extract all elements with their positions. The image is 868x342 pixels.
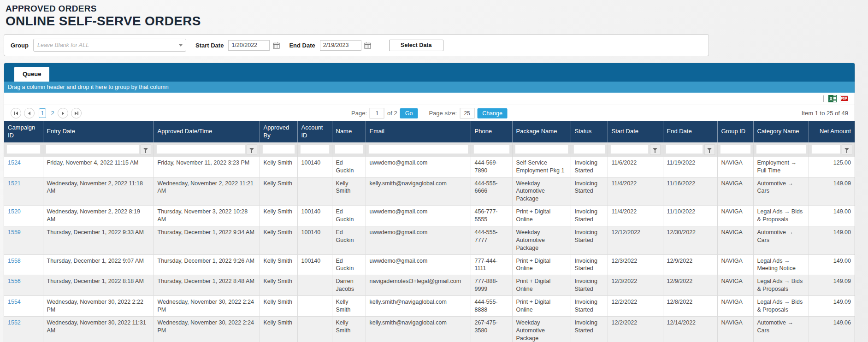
page-button-1[interactable]: 1 — [39, 108, 46, 118]
filter-input-email[interactable] — [368, 145, 468, 154]
group-input[interactable] — [34, 40, 176, 50]
column-header-phone[interactable]: Phone — [471, 121, 512, 142]
end-date-input[interactable] — [320, 40, 361, 51]
filter-input-status[interactable] — [573, 145, 605, 154]
cell-status: Invoicing Started — [571, 157, 608, 177]
cell-entry-date: Thursday, December 1, 2022 8:18 AM — [43, 275, 154, 296]
page-title: ONLINE SELF-SERVE ORDERS — [6, 14, 868, 29]
filter-input-campaign-id[interactable] — [6, 145, 41, 154]
campaign-id-link[interactable]: 1554 — [8, 299, 21, 305]
filter-funnel-icon-entry-date[interactable] — [141, 144, 151, 155]
cell-status: Invoicing Started — [571, 254, 608, 275]
first-page-button[interactable] — [11, 108, 21, 118]
cell-name: Ed Guckin — [332, 254, 366, 275]
group-dropdown[interactable] — [33, 39, 186, 52]
pdf-export-icon[interactable]: PDF — [840, 95, 848, 102]
start-date-input[interactable] — [228, 40, 270, 51]
filter-input-account-id[interactable] — [300, 145, 330, 154]
filter-input-entry-date[interactable] — [46, 145, 139, 154]
cell-phone: 267-475-3580 — [471, 316, 512, 342]
end-date-calendar-icon[interactable] — [363, 40, 372, 50]
start-date-calendar-icon[interactable] — [272, 40, 281, 50]
filter-funnel-icon-end-date[interactable] — [704, 144, 715, 155]
filter-input-name[interactable] — [335, 145, 363, 154]
filter-input-phone[interactable] — [473, 145, 510, 154]
filter-cell-approved-by — [260, 142, 297, 157]
page-root: APPROVED ORDERS ONLINE SELF-SERVE ORDERS… — [0, 0, 868, 342]
tab-queue[interactable]: Queue — [14, 67, 49, 82]
page-size-input[interactable] — [460, 108, 474, 118]
toolbar-divider — [823, 95, 824, 102]
cell-name: Kelly Smith — [332, 177, 366, 206]
filter-input-start-date[interactable] — [610, 145, 649, 154]
column-header-group-id[interactable]: Group ID — [717, 121, 753, 142]
campaign-id-link[interactable]: 1524 — [8, 159, 21, 166]
filter-funnel-icon-net-amount[interactable] — [842, 144, 852, 155]
cell-approved-date-time: Thursday, December 1, 2022 9:26 AM — [154, 254, 260, 275]
column-header-package-name[interactable]: Package Name — [512, 121, 571, 142]
column-header-name[interactable]: Name — [332, 121, 366, 142]
page-number-input[interactable] — [370, 108, 384, 118]
column-header-account-id[interactable]: Account ID — [297, 121, 332, 142]
last-page-button[interactable] — [71, 108, 82, 118]
column-header-approved-date-time[interactable]: Approved Date/Time — [154, 121, 260, 142]
page-label: Page: — [351, 110, 367, 117]
go-button[interactable]: Go — [400, 108, 418, 118]
column-header-entry-date[interactable]: Entry Date — [43, 121, 154, 142]
campaign-id-link[interactable]: 1559 — [8, 229, 21, 236]
campaign-id-link[interactable]: 1556 — [8, 278, 21, 284]
prev-page-button[interactable] — [24, 108, 35, 118]
column-header-email[interactable]: Email — [366, 121, 471, 142]
filter-cell-start-date — [608, 142, 663, 157]
cell-email: uwwdemo@gmail.com — [366, 157, 471, 177]
filter-funnel-icon-start-date[interactable] — [650, 144, 661, 155]
campaign-id-link[interactable]: 1521 — [8, 180, 21, 187]
campaign-id-link[interactable]: 1520 — [8, 208, 21, 215]
cell-name: Ed Guckin — [332, 226, 366, 254]
select-data-button[interactable]: Select Data — [389, 40, 443, 51]
campaign-id-link[interactable]: 1558 — [8, 258, 21, 264]
chevron-down-icon[interactable] — [176, 39, 186, 51]
group-drop-zone[interactable]: Drag a column header and drop it here to… — [4, 82, 855, 93]
cell-entry-date: Wednesday, November 30, 2022 11:31 AM — [43, 316, 154, 342]
filter-cell-status — [571, 142, 608, 157]
pdf-glyph: PDF — [841, 96, 848, 101]
cell-package-name: Print + Digital Online — [512, 206, 571, 226]
filter-input-category-name[interactable] — [756, 145, 806, 154]
funnel-icon — [844, 148, 849, 151]
cell-net-amount: 149.06 — [809, 316, 855, 342]
filter-input-approved-by[interactable] — [262, 145, 295, 154]
excel-export-icon[interactable]: X — [828, 95, 837, 102]
column-header-start-date[interactable]: Start Date — [608, 121, 663, 142]
table-row: 1552Wednesday, November 30, 2022 11:31 A… — [4, 316, 855, 342]
table-row: 1521Wednesday, November 2, 2022 11:18 AM… — [4, 177, 855, 206]
cell-entry-date: Thursday, December 1, 2022 9:07 AM — [43, 254, 154, 275]
column-header-campaign-id[interactable]: Campaign ID — [4, 121, 43, 142]
page-button-2[interactable]: 2 — [49, 108, 56, 118]
cell-campaign-id: 1559 — [4, 226, 43, 254]
cell-approved-by: Kelly Smith — [260, 316, 297, 342]
column-header-net-amount[interactable]: Net Amount — [809, 121, 855, 142]
table-row: 1559Thursday, December 1, 2022 9:33 AMTh… — [4, 226, 855, 254]
filter-input-end-date[interactable] — [666, 145, 703, 154]
column-header-status[interactable]: Status — [571, 121, 608, 142]
cell-end-date: 12/8/2022 — [663, 296, 717, 317]
next-page-button[interactable] — [58, 108, 68, 118]
filter-input-group-id[interactable] — [720, 145, 751, 154]
cell-package-name: Self-Service Employment Pkg 1 — [512, 157, 571, 177]
cell-package-name: Weekday Automotive Package — [512, 316, 571, 342]
column-header-end-date[interactable]: End Date — [663, 121, 717, 142]
cell-package-name: Weekday Automotive Package — [512, 177, 571, 206]
cell-end-date: 12/9/2022 — [663, 254, 717, 275]
cell-group-id: NAVIGA — [717, 254, 753, 275]
column-header-approved-by[interactable]: Approved By — [260, 121, 297, 142]
filter-input-approved-date-time[interactable] — [156, 145, 245, 154]
filter-funnel-icon-approved-date-time[interactable] — [247, 144, 257, 155]
cell-approved-date-time: Wednesday, November 30, 2022 2:24 PM — [154, 316, 260, 342]
column-header-category-name[interactable]: Category Name — [753, 121, 809, 142]
change-button[interactable]: Change — [477, 108, 508, 118]
filter-input-net-amount[interactable] — [811, 145, 840, 154]
filter-input-package-name[interactable] — [515, 145, 568, 154]
cell-net-amount: 149.09 — [809, 275, 855, 296]
campaign-id-link[interactable]: 1552 — [8, 319, 21, 326]
